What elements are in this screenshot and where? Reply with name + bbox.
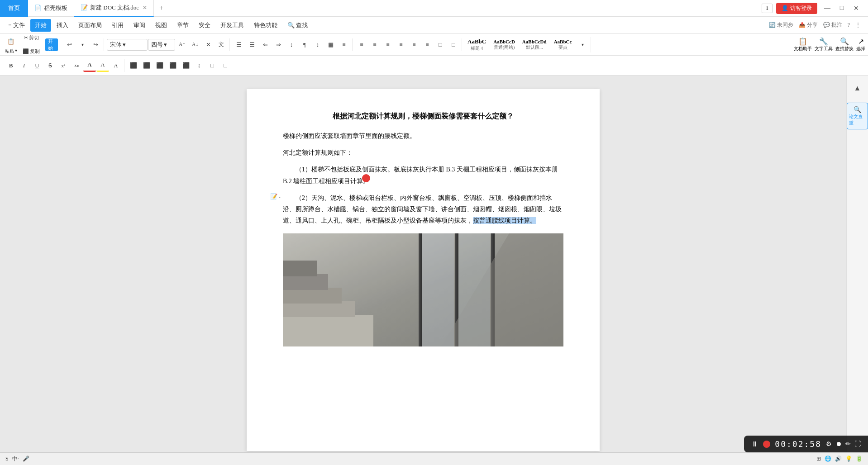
taskbar-icon-4[interactable]: 💡 [845, 456, 852, 462]
menu-feature[interactable]: 特色功能 [249, 19, 282, 32]
style-heading4[interactable]: AaBbC 标题 4 [465, 37, 489, 52]
tab-home[interactable]: 首页 [0, 0, 28, 17]
video-draw-icon[interactable]: ✏ [845, 440, 851, 448]
menu-dev[interactable]: 开发工具 [216, 19, 248, 32]
align-left-btn2[interactable]: ⬛ [127, 59, 140, 72]
minimize-button[interactable]: — [821, 3, 834, 13]
video-stop-button[interactable] [763, 441, 770, 448]
menu-ref[interactable]: 引用 [107, 19, 128, 32]
font-color-button[interactable]: A [83, 59, 96, 72]
taskbar-icon-2[interactable]: 🌐 [825, 456, 831, 462]
more-button[interactable]: ⋮ [855, 22, 861, 28]
style-normal-web[interactable]: AaBbCcD 普通(网站) [491, 38, 518, 52]
indent-inc-button[interactable]: ⇒ [272, 38, 285, 51]
share-button[interactable]: 📤 分享 [799, 21, 818, 29]
copy-button[interactable]: ⬛ 复制 [18, 45, 45, 58]
taskbar-icon-1[interactable]: ⊞ [816, 456, 821, 462]
format-painter-button[interactable]: 开始 [45, 38, 58, 51]
styles-expand-button[interactable]: ▾ [576, 38, 589, 51]
redo-button[interactable]: ↪ [89, 38, 102, 51]
align-center-button[interactable]: ≡ [368, 38, 381, 51]
menu-page-layout[interactable]: 页面布局 [74, 19, 106, 32]
para-shade-button[interactable]: □ [434, 38, 447, 51]
sync-button[interactable]: 🔄 未同步 [769, 21, 793, 29]
ime-label[interactable]: 中· [12, 455, 19, 463]
style-default[interactable]: AaBbCcDd 默认段... [520, 38, 549, 52]
align-justify-button[interactable]: ≡ [395, 38, 407, 51]
shading-btn2[interactable]: □ [206, 59, 219, 72]
menu-security[interactable]: 安全 [194, 19, 215, 32]
font-size-select[interactable]: 四号 ▾ [148, 39, 175, 51]
border-button[interactable]: □ [447, 38, 460, 51]
menu-find[interactable]: 🔍 查找 [283, 19, 312, 32]
video-pause-button[interactable]: ⏸ [751, 440, 758, 448]
align-dist-button[interactable]: ≡ [408, 38, 420, 51]
video-record-icon[interactable]: ⏺ [835, 441, 842, 448]
menu-insert[interactable]: 插入 [52, 19, 73, 32]
border-btn2[interactable]: □ [219, 59, 232, 72]
video-expand-icon[interactable]: ⛶ [854, 441, 861, 448]
paste-button[interactable]: 📋 [5, 35, 17, 48]
align-justify-btn2[interactable]: ⬛ [167, 59, 179, 72]
menu-start[interactable]: 开始 [30, 19, 51, 32]
list-num-button[interactable]: ☰ [246, 38, 258, 51]
undo-dropdown[interactable]: ▾ [76, 38, 89, 51]
menu-chapter[interactable]: 章节 [172, 19, 193, 32]
strikethrough-button[interactable]: S̶ [44, 59, 57, 72]
maximize-button[interactable]: □ [835, 3, 848, 13]
columns-button[interactable]: ▦ [324, 38, 337, 51]
superscript-button[interactable]: x² [57, 59, 70, 72]
align-right-btn2[interactable]: ⬛ [153, 59, 166, 72]
list-bullet-button[interactable]: ☰ [233, 38, 245, 51]
para-spacing-button[interactable]: ≡ [338, 38, 350, 51]
tab-template[interactable]: 📄 稻壳模板 [28, 0, 74, 17]
align-right-button[interactable]: ≡ [382, 38, 394, 51]
subscript-button[interactable]: x₂ [70, 59, 83, 72]
select-button[interactable]: ↗ 选择 [856, 37, 865, 52]
show-para-button[interactable]: ¶ [298, 38, 311, 51]
align-center-btn2[interactable]: ⬛ [140, 59, 153, 72]
tab-close-icon[interactable]: ✕ [143, 5, 147, 11]
char-border-button[interactable]: A [110, 59, 122, 72]
indent-dec-button[interactable]: ⇐ [259, 38, 272, 51]
tab-doc[interactable]: 📝 新建 DOC 文档.doc ✕ [74, 0, 154, 17]
undo-button[interactable]: ↩ [63, 38, 76, 51]
scroll-up-button[interactable]: ▲ [849, 80, 866, 96]
bold-button[interactable]: B [5, 59, 17, 72]
font-name-select[interactable]: 宋体 ▾ [107, 39, 148, 51]
taskbar-icon-3[interactable]: 🔊 [835, 456, 842, 462]
font-grow-button[interactable]: A↑ [176, 38, 188, 51]
login-button[interactable]: 👤 访客登录 [776, 3, 817, 14]
close-button[interactable]: ✕ [850, 3, 863, 13]
text-direction-button[interactable]: ↕ [311, 38, 324, 51]
text-tool-button[interactable]: 🔧 文字工具 [815, 37, 833, 52]
comment-button[interactable]: 💬 批注 [823, 21, 842, 29]
menu-view[interactable]: 视图 [151, 19, 172, 32]
clear-format-button[interactable]: ✕ [202, 38, 215, 51]
find-replace-button[interactable]: 🔍 查找替换 [835, 37, 854, 52]
mic-icon[interactable]: 🎤 [23, 456, 29, 462]
line-space-button[interactable]: ≡ [421, 38, 434, 51]
plagiarism-check-button[interactable]: 🔍 论文查重 [847, 103, 868, 129]
menu-review[interactable]: 审阅 [129, 19, 150, 32]
help-button[interactable]: ? [848, 22, 850, 28]
doc-helper-button[interactable]: 📋 文档助手 [794, 37, 812, 52]
paragraph-action-icon[interactable]: 📝 [270, 193, 277, 200]
sort-button[interactable]: ↕ [285, 38, 298, 51]
tab-add-button[interactable]: + [154, 4, 169, 12]
paste-dropdown[interactable]: ▾ [15, 48, 17, 54]
highlight-button[interactable]: A [96, 59, 109, 72]
font-shrink-button[interactable]: A↓ [189, 38, 201, 51]
style-keypoint[interactable]: AaBbCc 要点 [551, 38, 575, 52]
line-height-btn[interactable]: ↕ [193, 59, 205, 72]
document-area[interactable]: 根据河北定额计算规则，楼梯侧面装修需要套什么定额？ 楼梯的侧面应该套取墙面章节里… [0, 76, 846, 465]
paragraph-action-more[interactable]: - [279, 194, 281, 199]
align-left-button[interactable]: ≡ [355, 38, 368, 51]
align-dist-btn2[interactable]: ⬛ [180, 59, 192, 72]
video-settings-icon[interactable]: ⚙ [826, 440, 832, 448]
cut-button[interactable]: ✂ 剪切 [18, 32, 45, 44]
italic-button[interactable]: I [18, 59, 30, 72]
phonetic-button[interactable]: 文 [215, 38, 228, 51]
taskbar-icon-5[interactable]: 🔋 [856, 456, 863, 462]
menu-file[interactable]: ≡ 文件 [4, 19, 29, 32]
